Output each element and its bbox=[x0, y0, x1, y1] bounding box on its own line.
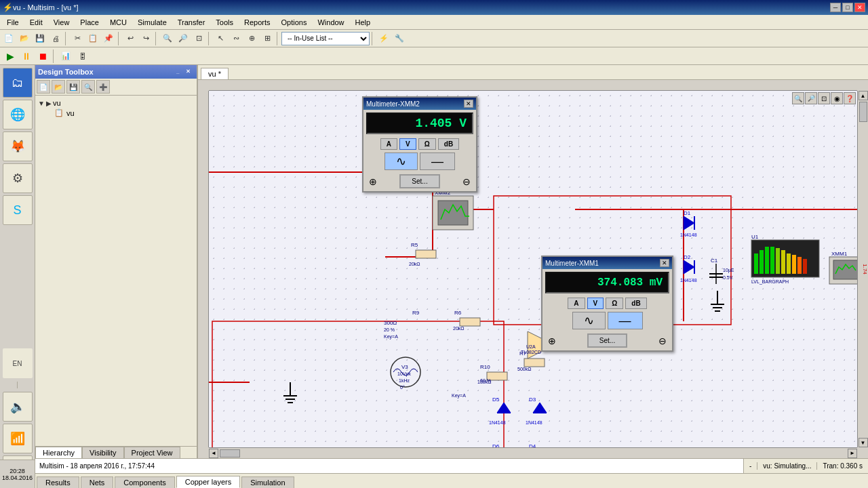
mm1-titlebar[interactable]: Multimeter-XMM1 ✕ bbox=[542, 257, 672, 269]
instrument-button[interactable]: 🔧 bbox=[392, 31, 407, 46]
new-design-icon[interactable]: 📄 bbox=[37, 80, 50, 94]
junction-button[interactable]: ⊕ bbox=[244, 31, 259, 46]
tab-nets[interactable]: Nets bbox=[81, 476, 114, 488]
zoom-in-icon[interactable]: 🔍 bbox=[792, 92, 804, 104]
redo-button[interactable]: ↪ bbox=[138, 31, 153, 46]
open-design-icon[interactable]: 📂 bbox=[52, 80, 65, 94]
mm2-titlebar[interactable]: Multimeter-XMM2 ✕ bbox=[363, 98, 476, 110]
menu-transfer[interactable]: Transfer bbox=[172, 17, 211, 28]
scroll-down-button[interactable]: ▼ bbox=[859, 438, 868, 447]
scroll-left-button[interactable]: ◄ bbox=[209, 449, 218, 458]
volume-icon[interactable]: 🔈 bbox=[3, 392, 33, 422]
sidebar-close-button[interactable]: ✕ bbox=[186, 68, 194, 76]
menu-help[interactable]: Help bbox=[350, 17, 376, 28]
menu-place[interactable]: Place bbox=[75, 17, 104, 28]
menu-reports[interactable]: Reports bbox=[239, 17, 276, 28]
mm1-ac-button[interactable]: ∿ bbox=[572, 312, 606, 329]
instruments-button[interactable]: 🎛 bbox=[75, 49, 90, 64]
analysis-button[interactable]: 📊 bbox=[58, 49, 73, 64]
save-design-icon[interactable]: 💾 bbox=[66, 80, 80, 94]
menu-file[interactable]: File bbox=[1, 17, 24, 28]
zoom-in-button[interactable]: 🔍 bbox=[160, 31, 175, 46]
probe-button[interactable]: ⚡ bbox=[376, 31, 391, 46]
maximize-button[interactable]: □ bbox=[842, 3, 853, 12]
minimize-button[interactable]: ─ bbox=[830, 3, 841, 12]
window-title: vu - Multisim - [vu *] bbox=[13, 3, 830, 12]
skype-icon[interactable]: S bbox=[3, 195, 33, 225]
print-button[interactable]: 🖨 bbox=[48, 31, 63, 46]
sim-stop-button[interactable]: ⏹ bbox=[35, 49, 50, 64]
select-button[interactable]: ↖ bbox=[213, 31, 228, 46]
zoom-out-button[interactable]: 🔎 bbox=[176, 31, 191, 46]
sidebar-minimize-button[interactable]: _ bbox=[176, 68, 184, 76]
save-button[interactable]: 💾 bbox=[33, 31, 47, 46]
tab-components[interactable]: Components bbox=[115, 476, 174, 488]
browser-icon[interactable]: 🦊 bbox=[3, 131, 33, 161]
copy-button[interactable]: 📋 bbox=[85, 31, 100, 46]
wire-button[interactable]: ∾ bbox=[229, 31, 243, 46]
component-icon[interactable]: ⚙ bbox=[3, 163, 33, 193]
scroll-thumb-h[interactable] bbox=[220, 449, 240, 458]
mm2-set-button[interactable]: Set... bbox=[399, 174, 439, 188]
mm1-db-button[interactable]: dB bbox=[625, 298, 646, 309]
mm2-dc-button[interactable]: — bbox=[420, 152, 455, 170]
browse-icon[interactable]: 🔍 bbox=[81, 80, 95, 94]
tab-visibility[interactable]: Visibility bbox=[82, 447, 124, 458]
mm2-db-button[interactable]: dB bbox=[438, 138, 459, 150]
tab-simulation[interactable]: Simulation bbox=[241, 476, 294, 488]
scroll-right-button[interactable]: ► bbox=[848, 449, 857, 458]
mm1-volt-button[interactable]: V bbox=[587, 298, 604, 309]
scroll-up-button[interactable]: ▲ bbox=[859, 91, 868, 100]
mm1-close-button[interactable]: ✕ bbox=[660, 259, 669, 267]
new-button[interactable]: 📄 bbox=[1, 31, 16, 46]
tree-collapse-icon[interactable]: ▼ bbox=[38, 100, 45, 107]
mm1-set-button[interactable]: Set... bbox=[587, 333, 627, 348]
mm2-close-button[interactable]: ✕ bbox=[464, 100, 473, 108]
zoom-help-icon[interactable]: ❓ bbox=[844, 92, 856, 104]
menu-tools[interactable]: Tools bbox=[210, 17, 239, 28]
tree-root[interactable]: ▼ ▶ vu bbox=[38, 98, 194, 108]
add-icon[interactable]: ➕ bbox=[96, 80, 110, 94]
mm2-volt-button[interactable]: V bbox=[399, 138, 416, 150]
sim-play-button[interactable]: ▶ bbox=[3, 49, 18, 64]
mm1-dc-button[interactable]: — bbox=[608, 312, 643, 329]
in-use-list[interactable]: -- In-Use List -- bbox=[281, 32, 370, 45]
scroll-thumb-v[interactable] bbox=[859, 102, 867, 122]
cut-button[interactable]: ✂ bbox=[70, 31, 85, 46]
menu-view[interactable]: View bbox=[48, 17, 75, 28]
mm1-ohm-button[interactable]: Ω bbox=[606, 298, 623, 309]
mm2-ohm-button[interactable]: Ω bbox=[418, 138, 436, 150]
zoom-select-icon[interactable]: ◉ bbox=[831, 92, 843, 104]
svg-text:1kHz: 1kHz bbox=[399, 378, 410, 383]
mm2-ac-button[interactable]: ∿ bbox=[384, 152, 418, 170]
close-button[interactable]: ✕ bbox=[854, 3, 865, 12]
tab-results[interactable]: Results bbox=[37, 476, 79, 488]
tree-expand-icon[interactable]: ▶ bbox=[46, 100, 52, 107]
h-scrollbar[interactable]: ◄ ► bbox=[209, 447, 857, 458]
tab-copper-layers[interactable]: Copper layers bbox=[176, 476, 240, 488]
mm1-ampere-button[interactable]: A bbox=[568, 298, 585, 309]
bus-button[interactable]: ⊞ bbox=[260, 31, 275, 46]
canvas-tab-vu[interactable]: vu * bbox=[201, 68, 229, 79]
internet-icon[interactable]: 🌐 bbox=[3, 100, 33, 129]
mm2-ampere-button[interactable]: A bbox=[380, 138, 397, 150]
network-icon[interactable]: 📶 bbox=[3, 424, 33, 453]
menu-edit[interactable]: Edit bbox=[24, 17, 48, 28]
zoom-out-icon[interactable]: 🔎 bbox=[805, 92, 817, 104]
menu-options[interactable]: Options bbox=[276, 17, 313, 28]
fit-button[interactable]: ⊡ bbox=[191, 31, 206, 46]
undo-button[interactable]: ↩ bbox=[123, 31, 138, 46]
tab-hierarchy[interactable]: Hierarchy bbox=[35, 447, 82, 458]
tab-project[interactable]: Project View bbox=[124, 447, 180, 458]
canvas-scroll[interactable]: R5 20kΩ R6 20kΩ R4 1.8kΩ bbox=[209, 91, 857, 447]
zoom-fit-icon[interactable]: ⊡ bbox=[818, 92, 830, 104]
paste-button[interactable]: 📌 bbox=[101, 31, 116, 46]
menu-simulate[interactable]: Simulate bbox=[132, 17, 172, 28]
open-button[interactable]: 📂 bbox=[17, 31, 32, 46]
menu-window[interactable]: Window bbox=[312, 17, 349, 28]
tree-child[interactable]: 📋 vu bbox=[38, 108, 194, 118]
menu-mcu[interactable]: MCU bbox=[104, 17, 132, 28]
multimeter-xmm1: Multimeter-XMM1 ✕ 374.083 mV A V Ω dB bbox=[541, 256, 673, 352]
sim-pause-button[interactable]: ⏸ bbox=[19, 49, 34, 64]
design-icon[interactable]: 🗂 bbox=[3, 68, 33, 98]
